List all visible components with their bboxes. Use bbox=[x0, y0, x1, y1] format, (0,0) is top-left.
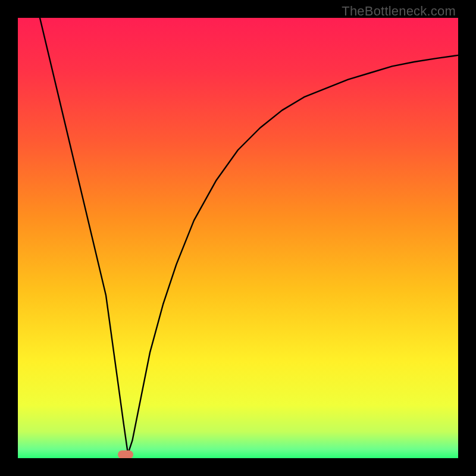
svg-rect-0 bbox=[18, 18, 458, 458]
watermark-text: TheBottleneck.com bbox=[342, 4, 456, 19]
optimal-marker bbox=[118, 450, 133, 458]
gradient-background bbox=[18, 18, 458, 458]
plot-area bbox=[18, 18, 458, 458]
chart-frame: TheBottleneck.com bbox=[0, 0, 476, 476]
